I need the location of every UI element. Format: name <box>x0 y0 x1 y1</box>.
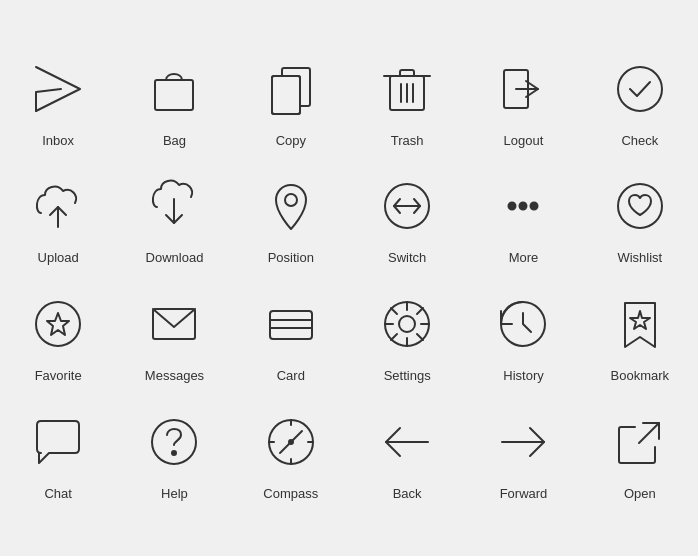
forward-label: Forward <box>500 486 548 502</box>
svg-point-21 <box>36 302 80 346</box>
logout-label: Logout <box>504 133 544 149</box>
svg-line-36 <box>391 334 397 340</box>
bag-icon <box>138 53 210 125</box>
more-label: More <box>509 250 539 266</box>
icon-cell-back[interactable]: Back <box>349 396 465 514</box>
icon-cell-compass[interactable]: Compass <box>233 396 349 514</box>
compass-label: Compass <box>263 486 318 502</box>
svg-line-33 <box>391 308 397 314</box>
favorite-icon <box>22 288 94 360</box>
icon-cell-chat[interactable]: Chat <box>0 396 116 514</box>
position-icon <box>255 170 327 242</box>
svg-point-28 <box>399 316 415 332</box>
icon-cell-check[interactable]: Check <box>582 43 698 161</box>
copy-icon <box>255 53 327 125</box>
svg-point-39 <box>152 420 196 464</box>
icon-cell-wishlist[interactable]: Wishlist <box>582 160 698 278</box>
icon-cell-history[interactable]: History <box>465 278 581 396</box>
card-icon <box>255 288 327 360</box>
icon-cell-trash[interactable]: Trash <box>349 43 465 161</box>
icon-cell-open[interactable]: Open <box>582 396 698 514</box>
svg-marker-22 <box>47 313 69 335</box>
icon-cell-messages[interactable]: Messages <box>116 278 232 396</box>
icon-cell-settings[interactable]: Settings <box>349 278 465 396</box>
icon-cell-more[interactable]: More <box>465 160 581 278</box>
svg-point-17 <box>509 203 516 210</box>
back-label: Back <box>393 486 422 502</box>
switch-icon <box>371 170 443 242</box>
icon-cell-bookmark[interactable]: Bookmark <box>582 278 698 396</box>
card-label: Card <box>277 368 305 384</box>
wishlist-icon <box>604 170 676 242</box>
bag-label: Bag <box>163 133 186 149</box>
check-icon <box>604 53 676 125</box>
svg-rect-2 <box>272 76 300 114</box>
svg-line-35 <box>417 308 423 314</box>
download-label: Download <box>146 250 204 266</box>
svg-rect-24 <box>270 311 312 339</box>
icon-cell-logout[interactable]: Logout <box>465 43 581 161</box>
svg-point-11 <box>618 67 662 111</box>
history-label: History <box>503 368 543 384</box>
svg-point-14 <box>285 194 297 206</box>
messages-icon <box>138 288 210 360</box>
back-icon <box>371 406 443 478</box>
help-label: Help <box>161 486 188 502</box>
icon-cell-copy[interactable]: Copy <box>233 43 349 161</box>
bookmark-label: Bookmark <box>611 368 670 384</box>
check-label: Check <box>621 133 658 149</box>
inbox-icon <box>22 53 94 125</box>
favorite-label: Favorite <box>35 368 82 384</box>
forward-icon <box>487 406 559 478</box>
chat-icon <box>22 406 94 478</box>
svg-point-19 <box>531 203 538 210</box>
compass-icon <box>255 406 327 478</box>
icon-cell-help[interactable]: Help <box>116 396 232 514</box>
svg-point-20 <box>618 184 662 228</box>
more-icon <box>487 170 559 242</box>
icon-cell-card[interactable]: Card <box>233 278 349 396</box>
icon-cell-download[interactable]: Download <box>116 160 232 278</box>
settings-label: Settings <box>384 368 431 384</box>
svg-point-40 <box>172 451 176 455</box>
switch-label: Switch <box>388 250 426 266</box>
open-label: Open <box>624 486 656 502</box>
settings-icon <box>371 288 443 360</box>
download-icon <box>138 170 210 242</box>
history-icon <box>487 288 559 360</box>
trash-icon <box>371 53 443 125</box>
svg-line-34 <box>417 334 423 340</box>
svg-rect-0 <box>155 80 193 110</box>
svg-marker-38 <box>630 311 650 329</box>
copy-label: Copy <box>276 133 306 149</box>
icon-grid: Inbox Bag Copy <box>0 33 698 523</box>
icon-cell-upload[interactable]: Upload <box>0 160 116 278</box>
upload-icon <box>22 170 94 242</box>
inbox-label: Inbox <box>42 133 74 149</box>
icon-cell-favorite[interactable]: Favorite <box>0 278 116 396</box>
messages-label: Messages <box>145 368 204 384</box>
wishlist-label: Wishlist <box>617 250 662 266</box>
logout-icon <box>487 53 559 125</box>
svg-point-18 <box>520 203 527 210</box>
chat-label: Chat <box>44 486 71 502</box>
help-icon <box>138 406 210 478</box>
svg-point-46 <box>289 440 293 444</box>
icon-cell-position[interactable]: Position <box>233 160 349 278</box>
upload-label: Upload <box>38 250 79 266</box>
bookmark-icon <box>604 288 676 360</box>
icon-cell-forward[interactable]: Forward <box>465 396 581 514</box>
open-icon <box>604 406 676 478</box>
trash-label: Trash <box>391 133 424 149</box>
position-label: Position <box>268 250 314 266</box>
svg-line-49 <box>639 423 659 443</box>
icon-cell-inbox[interactable]: Inbox <box>0 43 116 161</box>
icon-cell-bag[interactable]: Bag <box>116 43 232 161</box>
icon-cell-switch[interactable]: Switch <box>349 160 465 278</box>
